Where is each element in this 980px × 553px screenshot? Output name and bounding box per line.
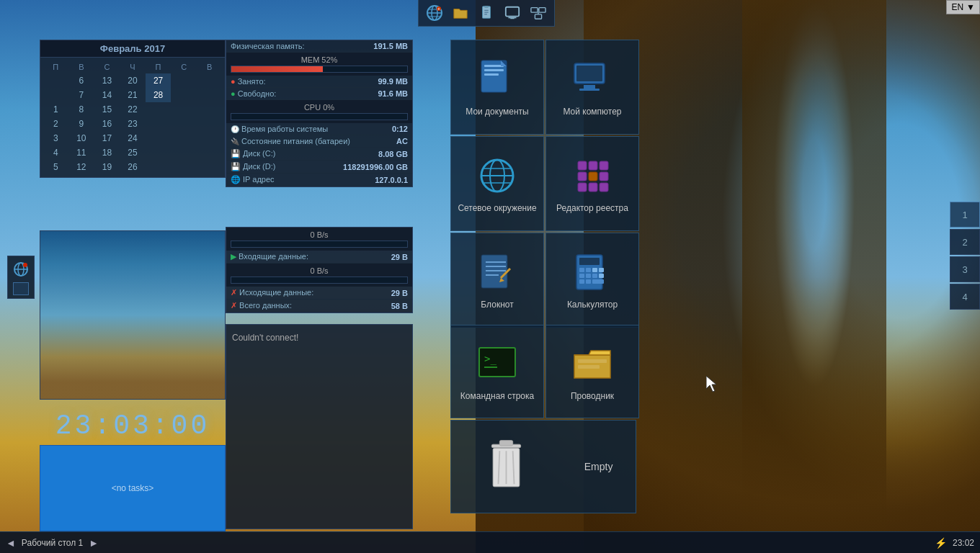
app-tile-explorer[interactable]: Проводник bbox=[545, 325, 639, 418]
sysmon-occupied-value: 99.9 MB bbox=[378, 77, 408, 86]
netmon-total-value: 58 В bbox=[391, 302, 408, 310]
svg-rect-65 bbox=[579, 279, 584, 284]
cal-day-п2: П bbox=[146, 60, 171, 73]
vdesktop-item-3[interactable]: 3 bbox=[950, 256, 980, 282]
network-icon bbox=[476, 154, 519, 197]
svg-text:e: e bbox=[438, 6, 440, 11]
my-computer-icon bbox=[571, 58, 614, 101]
app-tile-notepad[interactable]: Блокнот bbox=[450, 233, 544, 328]
toolbar-network-icon[interactable] bbox=[528, 3, 548, 23]
app-tile-terminal[interactable]: >_ Командная строка bbox=[450, 325, 544, 418]
taskbar-desktop-label: Рабочий стол 1 bbox=[22, 538, 83, 548]
svg-rect-75 bbox=[499, 440, 512, 445]
app-label-my-documents: Мои документы bbox=[466, 107, 528, 117]
toolbar-monitor-icon[interactable] bbox=[502, 3, 522, 23]
clock-time: 23:03:00 bbox=[40, 410, 226, 441]
app-tile-my-computer[interactable]: Мой компютер bbox=[545, 40, 639, 135]
sysmon-cpu-bar bbox=[231, 113, 408, 120]
svg-point-23 bbox=[23, 263, 27, 267]
svg-rect-66 bbox=[586, 279, 591, 284]
netmon-out-bar bbox=[231, 276, 408, 284]
connect-text: Couldn't connect! bbox=[232, 333, 298, 343]
svg-rect-64 bbox=[599, 274, 604, 278]
svg-rect-67 bbox=[592, 279, 604, 284]
vdesktop-item-1[interactable]: 1 bbox=[950, 202, 980, 228]
app-tile-calculator[interactable]: Калькулятор bbox=[545, 233, 639, 328]
app-tile-my-documents[interactable]: Мои документы bbox=[450, 40, 544, 135]
vdesktop-switcher: 1 2 3 4 bbox=[950, 202, 980, 310]
netmon-in-label: ▶ Входящие данные: bbox=[231, 252, 308, 261]
calendar-header: Февраль 2017 bbox=[40, 40, 225, 58]
top-toolbar: e bbox=[418, 0, 555, 27]
taskbar-right: ⚡ 23:02 bbox=[929, 537, 980, 549]
svg-rect-62 bbox=[586, 274, 591, 278]
svg-rect-43 bbox=[578, 183, 587, 192]
svg-rect-46 bbox=[600, 172, 608, 181]
app-label-explorer: Проводник bbox=[571, 391, 614, 401]
sysmon-mem-total: 191.5 MB bbox=[373, 42, 408, 50]
trash-icon bbox=[486, 439, 526, 495]
lang-arrow: ▼ bbox=[966, 2, 975, 12]
svg-rect-16 bbox=[539, 8, 545, 12]
app-tile-network[interactable]: Сетевое окружение bbox=[450, 136, 544, 231]
netmon-in-value: 29 В bbox=[391, 253, 408, 261]
sysmon-uptime-label: 🕐 Время работы системы bbox=[231, 125, 328, 133]
svg-rect-58 bbox=[586, 268, 591, 272]
thumbnail-image bbox=[40, 231, 225, 399]
sysmon-free-label: ● Свободно: bbox=[231, 89, 276, 98]
toolbar-folder-icon[interactable] bbox=[450, 3, 471, 23]
sysmon-widget: Физическая память: 191.5 MB MEM 52% ● За… bbox=[226, 40, 413, 187]
sysmon-mem-title: Физическая память: bbox=[231, 42, 305, 50]
sysmon-uptime-value: 0:12 bbox=[392, 125, 408, 133]
taskbar-right-arrow[interactable]: ► bbox=[89, 537, 99, 549]
registry-icon bbox=[571, 154, 614, 197]
tasks-text: <no tasks> bbox=[112, 483, 154, 493]
vdesktop-item-4[interactable]: 4 bbox=[950, 284, 980, 310]
svg-rect-31 bbox=[576, 66, 602, 81]
svg-rect-25 bbox=[484, 65, 504, 67]
tasks-widget: <no tasks> bbox=[40, 445, 226, 531]
app-label-terminal: Командная строка bbox=[460, 391, 534, 401]
sysmon-diskc-label: 💾 Диск (C:) bbox=[231, 149, 275, 158]
sysmon-diskc-value: 8.08 GB bbox=[378, 150, 408, 158]
svg-rect-41 bbox=[578, 172, 587, 181]
sysmon-ip-value: 127.0.0.1 bbox=[375, 176, 408, 184]
svg-rect-47 bbox=[600, 183, 608, 192]
toolbar-clipboard-icon[interactable] bbox=[476, 3, 496, 23]
svg-rect-60 bbox=[599, 268, 604, 272]
app-tile-trash[interactable]: Empty bbox=[450, 420, 636, 513]
ie-small-icon[interactable] bbox=[13, 282, 29, 295]
app-label-my-computer: Мой компютер bbox=[563, 107, 621, 117]
svg-rect-33 bbox=[579, 89, 600, 91]
connect-widget: Couldn't connect! bbox=[226, 324, 413, 529]
language-indicator[interactable]: EN ▼ bbox=[946, 0, 980, 14]
vdesktop-item-2[interactable]: 2 bbox=[950, 229, 980, 255]
app-label-calculator: Калькулятор bbox=[567, 300, 618, 310]
app-tile-registry[interactable]: Редактор реестра bbox=[545, 136, 639, 231]
sysmon-power-label: 🔌 Состояние питания (батареи) bbox=[231, 137, 350, 145]
cal-day-с2: С bbox=[172, 60, 197, 73]
taskbar-left-arrow[interactable]: ◄ bbox=[6, 537, 16, 549]
netmon-total-label: ✗ Всего данных: bbox=[231, 301, 292, 310]
netmon-out-label: ✗ Исходящие данные: bbox=[231, 288, 313, 297]
thumbnail-widget bbox=[40, 230, 226, 400]
cal-day-с: С bbox=[94, 60, 120, 73]
svg-rect-61 bbox=[579, 274, 584, 278]
clock-widget: 23:03:00 bbox=[40, 410, 226, 441]
cal-day-в: В bbox=[69, 60, 94, 73]
sysmon-mem-label: MEM 52% bbox=[231, 54, 408, 66]
toolbar-ie-icon[interactable]: e bbox=[424, 3, 445, 23]
cal-day-ч: Ч bbox=[120, 60, 146, 73]
taskbar-time: 23:02 bbox=[953, 538, 974, 548]
sysmon-occupied-label: ● Занято: bbox=[231, 77, 266, 86]
cal-day-в2: В bbox=[197, 60, 222, 73]
svg-rect-63 bbox=[592, 274, 597, 278]
ie-sidebar-icon[interactable] bbox=[11, 259, 31, 279]
app-label-network: Сетевое окружение bbox=[458, 203, 536, 213]
trash-label: Empty bbox=[584, 461, 613, 472]
svg-rect-57 bbox=[579, 268, 584, 272]
ie-icon-bar bbox=[7, 256, 35, 299]
notepad-icon bbox=[476, 251, 519, 294]
cal-day-п: П bbox=[43, 60, 68, 73]
svg-rect-27 bbox=[484, 73, 499, 76]
